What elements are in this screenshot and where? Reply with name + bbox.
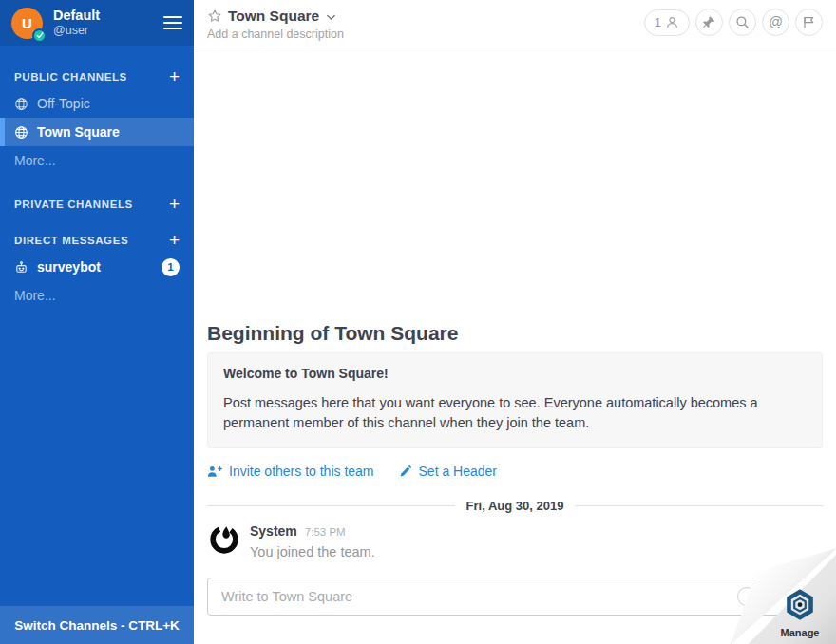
flagged-posts-button[interactable] [795,9,823,36]
channel-description-placeholder[interactable]: Add a channel description [207,28,644,41]
add-public-channel-icon[interactable]: + [169,70,180,84]
sidebar-item-surveybot[interactable]: surveybot 1 [0,253,194,281]
member-count-button[interactable]: 1 [644,9,690,36]
public-channels-label[interactable]: PUBLIC CHANNELS [14,71,169,83]
set-header-label: Set a Header [419,464,498,479]
manage-hexagon-logo-icon [785,589,815,625]
avatar-letter: U [22,15,32,31]
unread-badge: 1 [162,258,180,276]
pencil-icon [399,464,412,478]
online-status-icon [32,28,47,43]
invite-others-link[interactable]: Invite others to this team [207,464,374,479]
favorite-star-icon[interactable] [207,9,222,24]
pinned-posts-button[interactable] [695,9,723,36]
post-list: Beginning of Town Square Welcome to Town… [194,47,836,570]
channel-list: PUBLIC CHANNELS + Off-Topic Town Square … [0,46,194,606]
avatar[interactable]: U [11,8,43,39]
welcome-title: Welcome to Town Square! [223,366,807,381]
private-channels-label[interactable]: PRIVATE CHANNELS [14,199,169,210]
date-divider: Fri, Aug 30, 2019 [207,498,823,513]
add-direct-message-icon[interactable]: + [169,234,180,247]
switch-channels-label: Switch Channels - CTRL+K [14,618,180,633]
welcome-body: Post messages here that you want everyon… [223,393,807,433]
team-header[interactable]: U Default @user [0,0,194,46]
post-author[interactable]: System [250,523,297,539]
pin-icon [702,15,716,29]
public-channels-section: PUBLIC CHANNELS + [0,70,194,84]
invite-person-icon [207,464,222,478]
chevron-down-icon[interactable] [325,11,337,24]
add-private-channel-icon[interactable]: + [169,198,180,211]
set-header-link[interactable]: Set a Header [399,464,498,479]
channel-name: Off-Topic [37,96,90,111]
main-panel: Town Square Add a channel description 1 [194,0,836,644]
system-avatar[interactable] [207,522,241,557]
intro-links: Invite others to this team Set a Header [207,464,823,479]
globe-icon [14,125,28,140]
channel-title[interactable]: Town Square [228,8,319,25]
more-direct-messages-link[interactable]: More... [0,281,194,310]
globe-icon [14,97,28,111]
mentions-button[interactable]: @ [762,9,789,36]
search-icon [735,15,750,29]
invite-others-label: Invite others to this team [229,464,374,479]
sidebar-item-town-square[interactable]: Town Square [0,118,194,146]
sidebar-item-off-topic[interactable]: Off-Topic [0,89,194,118]
switch-channels-button[interactable]: Switch Channels - CTRL+K [0,606,194,644]
date-divider-text: Fri, Aug 30, 2019 [466,499,564,513]
manage-label: Manage [766,627,834,638]
post-content: System 7:53 PM You joined the team. [250,521,375,568]
member-count: 1 [655,15,661,29]
post-text: You joined the team. [250,544,375,559]
more-channels-link[interactable]: More... [0,146,194,175]
robot-icon [14,260,28,275]
post-system-message: System 7:53 PM You joined the team. [207,521,823,568]
at-mention-icon: @ [769,15,783,29]
channel-actions: 1 @ [644,8,823,36]
post-timestamp[interactable]: 7:53 PM [305,526,346,538]
flag-icon [802,15,816,29]
channel-title-wrap: Town Square Add a channel description [207,8,644,41]
direct-messages-section: DIRECT MESSAGES + [0,234,194,247]
channel-name: Town Square [37,124,120,140]
channel-header: Town Square Add a channel description 1 [194,0,836,47]
team-name: Default [53,7,153,24]
user-name: @user [53,24,153,39]
private-channels-section: PRIVATE CHANNELS + [0,198,194,211]
member-icon [665,15,679,29]
direct-messages-label[interactable]: DIRECT MESSAGES [14,235,169,246]
corner-peel-widget[interactable]: Manage [732,549,836,644]
team-info: Default @user [53,7,153,39]
search-button[interactable] [729,9,756,36]
main-menu-icon[interactable] [163,14,182,32]
dm-name: surveybot [37,259,101,275]
channel-intro-heading: Beginning of Town Square [207,322,823,345]
app-window: U Default @user PUBLIC CHANNELS + Off-To… [0,0,836,644]
welcome-message-box: Welcome to Town Square! Post messages he… [207,352,823,448]
message-input[interactable] [207,578,823,616]
sidebar: U Default @user PUBLIC CHANNELS + Off-To… [0,0,194,644]
